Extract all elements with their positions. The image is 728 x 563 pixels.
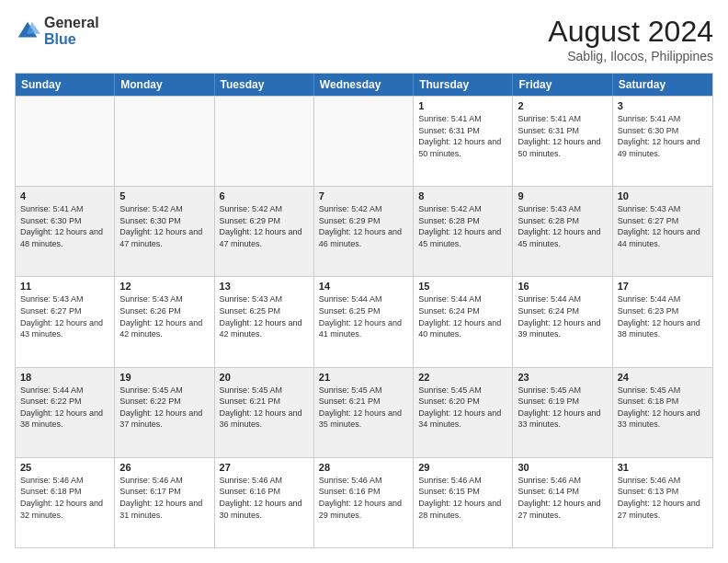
cell-info: Sunrise: 5:45 AMSunset: 6:21 PMDaylight:… — [319, 385, 408, 431]
day-number: 22 — [418, 372, 507, 383]
header-day-sunday: Sunday — [16, 74, 115, 96]
page: General Blue August 2024 Sablig, Ilocos,… — [0, 0, 728, 563]
day-cell-24: 24Sunrise: 5:45 AMSunset: 6:18 PMDayligh… — [613, 368, 712, 457]
cell-info: Sunrise: 5:46 AMSunset: 6:16 PMDaylight:… — [220, 475, 309, 521]
day-number: 18 — [20, 372, 109, 383]
cell-info: Sunrise: 5:42 AMSunset: 6:30 PMDaylight:… — [119, 203, 209, 249]
day-number: 6 — [220, 190, 309, 201]
cell-info: Sunrise: 5:41 AMSunset: 6:30 PMDaylight:… — [20, 203, 109, 249]
day-number: 20 — [220, 372, 309, 383]
cell-info: Sunrise: 5:45 AMSunset: 6:20 PMDaylight:… — [418, 385, 507, 431]
day-number: 28 — [319, 462, 408, 473]
day-number: 17 — [618, 281, 708, 292]
day-cell-23: 23Sunrise: 5:45 AMSunset: 6:19 PMDayligh… — [513, 368, 612, 457]
cell-info: Sunrise: 5:41 AMSunset: 6:31 PMDaylight:… — [518, 113, 607, 159]
day-number: 27 — [220, 462, 309, 473]
day-number: 24 — [618, 372, 708, 383]
cell-info: Sunrise: 5:42 AMSunset: 6:29 PMDaylight:… — [319, 203, 408, 249]
cell-info: Sunrise: 5:44 AMSunset: 6:22 PMDaylight:… — [20, 385, 109, 431]
day-number: 1 — [418, 100, 507, 111]
day-cell-13: 13Sunrise: 5:43 AMSunset: 6:25 PMDayligh… — [215, 277, 314, 366]
cell-info: Sunrise: 5:46 AMSunset: 6:13 PMDaylight:… — [618, 475, 708, 521]
cell-info: Sunrise: 5:46 AMSunset: 6:15 PMDaylight:… — [418, 475, 507, 521]
header-day-saturday: Saturday — [613, 74, 712, 96]
day-cell-22: 22Sunrise: 5:45 AMSunset: 6:20 PMDayligh… — [414, 368, 513, 457]
calendar-week-5: 25Sunrise: 5:46 AMSunset: 6:18 PMDayligh… — [16, 457, 712, 547]
logo-icon — [15, 18, 40, 44]
cell-info: Sunrise: 5:44 AMSunset: 6:23 PMDaylight:… — [618, 293, 708, 339]
day-number: 4 — [20, 190, 109, 201]
day-number: 8 — [418, 190, 507, 201]
day-cell-26: 26Sunrise: 5:46 AMSunset: 6:17 PMDayligh… — [115, 458, 214, 547]
cell-info: Sunrise: 5:46 AMSunset: 6:14 PMDaylight:… — [518, 475, 607, 521]
day-number: 30 — [518, 462, 607, 473]
day-cell-15: 15Sunrise: 5:44 AMSunset: 6:24 PMDayligh… — [414, 277, 513, 366]
cell-info: Sunrise: 5:43 AMSunset: 6:25 PMDaylight:… — [220, 293, 309, 339]
day-number: 19 — [119, 372, 209, 383]
cell-info: Sunrise: 5:43 AMSunset: 6:27 PMDaylight:… — [20, 293, 109, 339]
day-cell-31: 31Sunrise: 5:46 AMSunset: 6:13 PMDayligh… — [613, 458, 712, 547]
calendar-week-1: 1Sunrise: 5:41 AMSunset: 6:31 PMDaylight… — [16, 96, 712, 186]
day-cell-1: 1Sunrise: 5:41 AMSunset: 6:31 PMDaylight… — [414, 97, 513, 186]
day-cell-6: 6Sunrise: 5:42 AMSunset: 6:29 PMDaylight… — [215, 187, 314, 276]
day-number: 5 — [119, 190, 209, 201]
calendar-week-2: 4Sunrise: 5:41 AMSunset: 6:30 PMDaylight… — [16, 186, 712, 276]
day-number: 12 — [119, 281, 209, 292]
header-day-monday: Monday — [115, 74, 214, 96]
day-cell-16: 16Sunrise: 5:44 AMSunset: 6:24 PMDayligh… — [513, 277, 612, 366]
day-number: 16 — [518, 281, 607, 292]
cell-info: Sunrise: 5:45 AMSunset: 6:22 PMDaylight:… — [119, 385, 209, 431]
day-number: 10 — [618, 190, 708, 201]
day-cell-7: 7Sunrise: 5:42 AMSunset: 6:29 PMDaylight… — [314, 187, 414, 276]
day-cell-29: 29Sunrise: 5:46 AMSunset: 6:15 PMDayligh… — [414, 458, 513, 547]
day-cell-8: 8Sunrise: 5:42 AMSunset: 6:28 PMDaylight… — [414, 187, 513, 276]
header-day-thursday: Thursday — [414, 74, 513, 96]
day-number: 9 — [518, 190, 607, 201]
location: Sablig, Ilocos, Philippines — [548, 49, 713, 63]
cell-info: Sunrise: 5:41 AMSunset: 6:31 PMDaylight:… — [418, 113, 507, 159]
cell-info: Sunrise: 5:45 AMSunset: 6:18 PMDaylight:… — [618, 385, 708, 431]
day-number: 23 — [518, 372, 607, 383]
month-year: August 2024 — [548, 15, 713, 49]
cell-info: Sunrise: 5:44 AMSunset: 6:25 PMDaylight:… — [319, 293, 408, 339]
logo-blue: Blue — [44, 31, 99, 48]
header: General Blue August 2024 Sablig, Ilocos,… — [15, 15, 713, 63]
day-cell-30: 30Sunrise: 5:46 AMSunset: 6:14 PMDayligh… — [513, 458, 612, 547]
cell-info: Sunrise: 5:44 AMSunset: 6:24 PMDaylight:… — [418, 293, 507, 339]
cell-info: Sunrise: 5:46 AMSunset: 6:16 PMDaylight:… — [319, 475, 408, 521]
day-number: 15 — [418, 281, 507, 292]
cell-info: Sunrise: 5:42 AMSunset: 6:29 PMDaylight:… — [220, 203, 309, 249]
day-cell-14: 14Sunrise: 5:44 AMSunset: 6:25 PMDayligh… — [314, 277, 414, 366]
day-cell-5: 5Sunrise: 5:42 AMSunset: 6:30 PMDaylight… — [115, 187, 214, 276]
cell-info: Sunrise: 5:42 AMSunset: 6:28 PMDaylight:… — [418, 203, 507, 249]
day-number: 21 — [319, 372, 408, 383]
calendar-body: 1Sunrise: 5:41 AMSunset: 6:31 PMDaylight… — [16, 96, 712, 547]
day-number: 14 — [319, 281, 408, 292]
day-cell-20: 20Sunrise: 5:45 AMSunset: 6:21 PMDayligh… — [215, 368, 314, 457]
cell-info: Sunrise: 5:41 AMSunset: 6:30 PMDaylight:… — [618, 113, 708, 159]
title-block: August 2024 Sablig, Ilocos, Philippines — [548, 15, 713, 63]
day-number: 29 — [418, 462, 507, 473]
day-cell-2: 2Sunrise: 5:41 AMSunset: 6:31 PMDaylight… — [513, 97, 612, 186]
logo: General Blue — [15, 15, 99, 47]
header-day-tuesday: Tuesday — [215, 74, 314, 96]
calendar-week-3: 11Sunrise: 5:43 AMSunset: 6:27 PMDayligh… — [16, 276, 712, 366]
logo-text: General Blue — [44, 15, 99, 47]
day-cell-17: 17Sunrise: 5:44 AMSunset: 6:23 PMDayligh… — [613, 277, 712, 366]
day-cell-27: 27Sunrise: 5:46 AMSunset: 6:16 PMDayligh… — [215, 458, 314, 547]
day-cell-25: 25Sunrise: 5:46 AMSunset: 6:18 PMDayligh… — [16, 458, 115, 547]
logo-general: General — [44, 15, 99, 31]
calendar: SundayMondayTuesdayWednesdayThursdayFrid… — [15, 73, 713, 548]
day-number: 13 — [220, 281, 309, 292]
day-number: 11 — [20, 281, 109, 292]
cell-info: Sunrise: 5:43 AMSunset: 6:28 PMDaylight:… — [518, 203, 607, 249]
empty-cell — [215, 97, 314, 186]
empty-cell — [115, 97, 214, 186]
day-cell-21: 21Sunrise: 5:45 AMSunset: 6:21 PMDayligh… — [314, 368, 414, 457]
header-day-friday: Friday — [513, 74, 612, 96]
day-number: 3 — [618, 100, 708, 111]
cell-info: Sunrise: 5:43 AMSunset: 6:26 PMDaylight:… — [119, 293, 209, 339]
day-number: 7 — [319, 190, 408, 201]
cell-info: Sunrise: 5:45 AMSunset: 6:21 PMDaylight:… — [220, 385, 309, 431]
day-number: 2 — [518, 100, 607, 111]
